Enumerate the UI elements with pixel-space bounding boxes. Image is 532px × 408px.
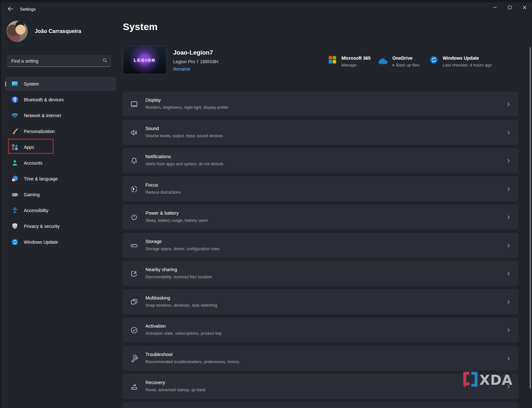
sidebar-item-label: Accounts [24,160,43,166]
user-block: João Carrasqueira [6,21,81,42]
sidebar-item-label: Gaming [24,192,40,197]
time-language-icon [11,175,19,183]
back-button[interactable] [6,5,15,14]
chevron-right-icon [506,384,511,389]
chevron-right-icon [506,215,511,219]
chevron-right-icon [506,187,511,191]
settings-list: Display Monitors, brightness, night ligh… [123,92,518,403]
windows-update-icon [11,238,19,246]
settings-row-subtitle: Monitors, brightness, night light, displ… [145,105,228,110]
settings-row-title: Sound [145,126,159,131]
sidebar-item-apps[interactable]: Apps [5,140,116,154]
page-title: System [123,21,158,32]
sidebar-item-windows-update[interactable]: Windows Update [5,235,116,249]
settings-row-recovery[interactable]: Recovery Reset, advanced startup, go bac… [123,374,518,399]
apps-icon [11,143,19,151]
window-left-edge [0,0,1,408]
settings-row-title: Troubleshoot [145,352,172,357]
settings-row-storage[interactable]: Storage Storage space, drives, configura… [123,233,518,258]
sidebar-item-personalization[interactable]: Personalization [5,124,116,138]
settings-row-subtitle: Volume levels, output, input, sound devi… [145,134,223,138]
sidebar-item-label: Apps [24,145,34,150]
sidebar-item-accounts[interactable]: Accounts [5,156,116,170]
settings-row-title: Notifications [145,154,171,159]
scrollbar-thumb[interactable] [530,47,531,389]
personalization-icon [11,128,19,135]
settings-row-activation[interactable]: Activation Activation state, subscriptio… [123,318,518,342]
sidebar-item-time-language[interactable]: Time & language [5,172,116,186]
settings-row-subtitle: Recommended troubleshooters, preferences… [145,360,239,364]
settings-row-title: Storage [145,239,162,244]
focus-icon [130,185,138,193]
settings-row-title: Focus [145,182,158,188]
storage-icon [130,241,138,250]
maximize-button[interactable] [502,2,517,13]
settings-row-power-battery[interactable]: Power & battery Sleep, battery usage, ba… [123,205,518,229]
sidebar-item-label: Windows Update [24,240,58,245]
settings-row-multitasking[interactable]: Multitasking Snap windows, desktops, tas… [123,290,518,314]
gaming-icon [11,191,19,199]
quick-status-onedrive[interactable]: OneDrive Back up files [377,56,426,70]
rename-link[interactable]: Rename [173,66,190,72]
window-title: Settings [20,7,36,12]
back-arrow-icon [8,6,13,13]
settings-row-subtitle: Sleep, battery usage, battery saver [145,218,208,223]
privacy-security-icon [11,222,19,230]
power-icon [130,213,138,221]
settings-row-troubleshoot[interactable]: Troubleshoot Recommended troubleshooters… [123,346,518,371]
sidebar-item-system[interactable]: System [5,77,116,91]
sync-status-dot [392,64,394,66]
network-icon [11,112,19,119]
settings-row-title: Nearby sharing [145,267,177,272]
settings-row-title: Activation [145,323,166,329]
chevron-right-icon [506,356,511,361]
nearby-sharing-icon [130,270,138,278]
quick-status-microsoft-365[interactable]: Microsoft 365 Manage [328,56,373,70]
display-icon [130,100,138,108]
settings-row-subtitle: Snap windows, desktops, task switching [145,303,217,308]
maximize-icon [508,5,512,11]
multitasking-icon [130,298,138,306]
settings-row-display[interactable]: Display Monitors, brightness, night ligh… [123,92,518,116]
settings-row-partial[interactable] [123,402,518,408]
chevron-right-icon [506,328,511,332]
settings-row-subtitle: Reset, advanced startup, go back [145,388,205,392]
settings-row-notifications[interactable]: Notifications Alerts from apps and syste… [123,148,518,173]
quick-status-subtitle: Back up files [392,63,426,67]
sound-icon [130,128,138,137]
accounts-icon [11,159,19,167]
chevron-right-icon [506,130,511,135]
minimize-button[interactable] [488,2,502,13]
sidebar-item-label: Accessibility [24,208,48,213]
sidebar-item-accessibility[interactable]: Accessibility [5,203,116,218]
sidebar-item-network-internet[interactable]: Network & internet [5,108,116,123]
settings-row-title: Recovery [145,380,165,385]
sidebar-item-gaming[interactable]: Gaming [5,188,116,202]
troubleshoot-icon [130,354,138,363]
sidebar-nav: System Bluetooth & devices Network & int… [5,77,116,251]
recovery-icon [130,382,138,391]
sidebar-item-bluetooth-devices[interactable]: Bluetooth & devices [5,93,116,107]
chevron-right-icon [506,243,511,248]
close-button[interactable] [517,2,532,13]
search-input[interactable] [11,58,103,64]
quick-status-windows-update[interactable]: Windows Update Last checked: 4 hours ago [429,56,494,70]
microsoft-365-icon [328,56,337,65]
sidebar-item-privacy-security[interactable]: Privacy & security [5,219,116,233]
settings-row-sound[interactable]: Sound Volume levels, output, input, soun… [123,120,518,145]
selected-indicator [5,81,6,87]
settings-row-focus[interactable]: Focus Reduce distractions [123,177,518,201]
chevron-right-icon [506,300,511,304]
avatar [6,21,28,42]
chevron-right-icon [506,158,511,163]
settings-row-nearby-sharing[interactable]: Nearby sharing Discoverability, received… [123,261,518,286]
sidebar-item-label: System [24,81,39,87]
settings-row-title: Multitasking [145,295,170,301]
quick-status-title: Windows Update [443,56,494,61]
titlebar: Settings [0,0,532,14]
quick-status-title: Microsoft 365 [341,56,373,61]
window-controls [488,2,532,14]
notifications-icon [130,157,138,165]
device-thumbnail: LEGION [123,46,167,74]
sidebar-item-label: Time & language [24,176,58,181]
